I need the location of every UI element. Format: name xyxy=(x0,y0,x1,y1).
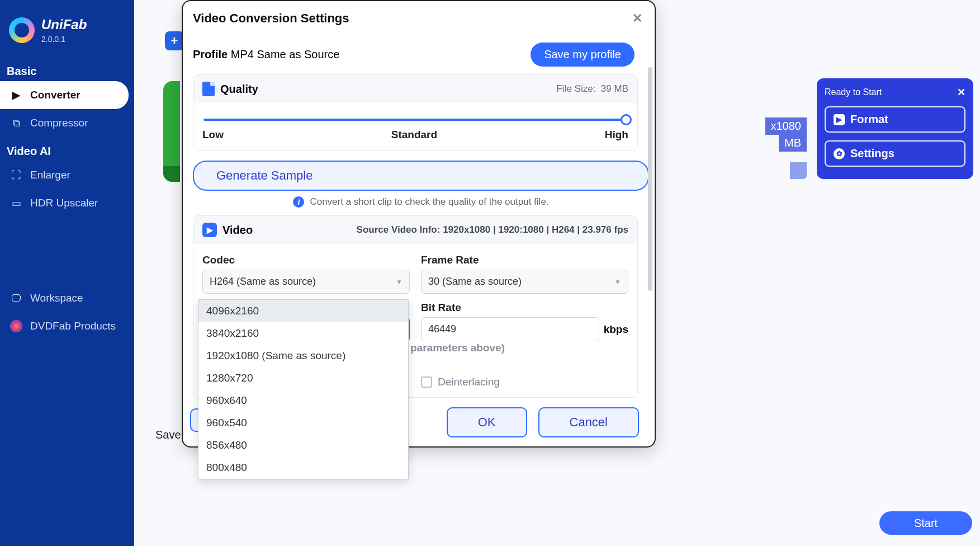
video-title: Video xyxy=(222,224,253,237)
sidebar-item-compressor[interactable]: ⧉ Compressor xyxy=(0,109,134,137)
codec-select[interactable]: H264 (Same as source) ▼ xyxy=(202,270,410,294)
logo-icon xyxy=(9,17,35,43)
quality-section: Quality File Size: 39 MB Low Standard Hi… xyxy=(193,74,638,150)
bg-size-chip: MB xyxy=(779,134,807,152)
enlarge-icon: ⛶ xyxy=(10,169,22,181)
resolution-option[interactable]: 800x480 xyxy=(198,456,408,479)
quality-low: Low xyxy=(202,129,224,141)
sidebar-item-dvdfab[interactable]: DVDFab Products xyxy=(0,312,134,340)
resolution-option[interactable]: 4096x2160 xyxy=(198,300,408,322)
sidebar-item-label: HDR Upscaler xyxy=(30,197,98,209)
resolution-option[interactable]: 960x640 xyxy=(198,389,408,412)
play-icon: ▶ xyxy=(202,223,217,237)
ok-button[interactable]: OK xyxy=(447,407,527,437)
sidebar-item-enlarger[interactable]: ⛶ Enlarger xyxy=(0,161,134,189)
compress-icon: ⧉ xyxy=(10,117,22,129)
add-button[interactable]: + xyxy=(165,31,184,50)
resolution-option[interactable]: 960x540 xyxy=(198,412,408,434)
file-icon xyxy=(202,82,215,96)
status-text: Ready to Start xyxy=(825,87,882,97)
info-text: Convert a short clip to check the qualit… xyxy=(310,196,548,208)
resolution-option[interactable]: 856x480 xyxy=(198,434,408,456)
gear-icon: ✿ xyxy=(834,148,845,159)
deinterlacing-option[interactable]: Deinterlacing xyxy=(421,376,628,388)
source-video-info: Source Video Info: 1920x1080 | 1920:1080… xyxy=(357,224,628,235)
settings-button[interactable]: ✿ Settings xyxy=(825,140,965,167)
framerate-label: Frame Rate xyxy=(421,254,628,266)
app-name: UniFab xyxy=(41,17,87,32)
play-icon: ▶ xyxy=(10,89,22,101)
format-button[interactable]: ▶ Format xyxy=(825,106,965,133)
modal-title: Video Conversion Settings xyxy=(193,11,649,26)
sidebar-item-label: Enlarger xyxy=(30,169,70,181)
save-label: Save xyxy=(155,429,181,441)
info-icon: i xyxy=(293,196,304,208)
codec-label: Codec xyxy=(202,254,410,266)
framerate-select[interactable]: 30 (Same as source) ▼ xyxy=(421,270,628,294)
bitrate-unit: kbps xyxy=(604,323,628,336)
start-button[interactable]: Start xyxy=(879,511,972,535)
play-icon: ▶ xyxy=(834,114,845,125)
video-item-strip xyxy=(163,81,180,182)
scrollbar-thumb[interactable] xyxy=(648,67,652,291)
settings-label: Settings xyxy=(850,147,894,160)
hdr-icon: ▭ xyxy=(10,197,22,209)
sidebar-item-label: Compressor xyxy=(30,117,88,129)
quality-high: High xyxy=(605,129,628,141)
sidebar-item-label: Converter xyxy=(30,89,81,101)
bg-dropdown-stub[interactable] xyxy=(790,162,807,179)
nav-section-video-ai: Video AI xyxy=(0,137,134,161)
profile-label: Profile MP4 Same as Source xyxy=(193,48,339,61)
parameters-above-text: parameters above) xyxy=(410,342,505,354)
resolution-option[interactable]: 1920x1080 (Same as source) xyxy=(198,345,408,367)
quality-slider[interactable] xyxy=(203,119,627,121)
checkbox[interactable] xyxy=(421,376,432,388)
monitor-icon: 🖵 xyxy=(10,292,22,304)
logo: UniFab 2.0.0.1 xyxy=(0,11,134,57)
chevron-down-icon: ▼ xyxy=(614,278,621,286)
sidebar-item-hdr-upscaler[interactable]: ▭ HDR Upscaler xyxy=(0,189,134,217)
generate-sample-button[interactable]: Generate Sample xyxy=(193,161,649,191)
resolution-option[interactable]: 1280x720 xyxy=(198,367,408,389)
format-label: Format xyxy=(850,113,888,126)
nav-section-basic: Basic xyxy=(0,57,134,81)
dvdfab-icon xyxy=(10,320,22,332)
slider-thumb[interactable] xyxy=(621,114,632,125)
close-icon[interactable]: ✕ xyxy=(632,11,642,26)
app-version: 2.0.0.1 xyxy=(41,35,87,44)
resolution-dropdown: 4096x2160 3840x2160 1920x1080 (Same as s… xyxy=(198,299,409,479)
panel-close-icon[interactable]: ✕ xyxy=(957,86,965,98)
cancel-button[interactable]: Cancel xyxy=(538,407,639,437)
sidebar-item-label: Workspace xyxy=(30,292,83,304)
bitrate-input[interactable]: 46449 xyxy=(421,317,599,341)
sidebar: UniFab 2.0.0.1 Basic ▶ Converter ⧉ Compr… xyxy=(0,0,134,546)
sidebar-item-label: DVDFab Products xyxy=(30,320,116,332)
bg-resolution-chip: x1080 xyxy=(765,117,807,135)
quality-title: Quality xyxy=(220,83,258,96)
right-panel: Ready to Start ✕ ▶ Format ✿ Settings xyxy=(817,78,973,179)
file-size: File Size: 39 MB xyxy=(556,83,628,95)
info-row: i Convert a short clip to check the qual… xyxy=(193,196,649,208)
sidebar-item-workspace[interactable]: 🖵 Workspace xyxy=(0,284,134,312)
resolution-option[interactable]: 3840x2160 xyxy=(198,322,408,345)
save-profile-button[interactable]: Save my profile xyxy=(531,43,635,67)
quality-standard: Standard xyxy=(391,129,437,141)
bitrate-label: Bit Rate xyxy=(421,302,628,314)
sidebar-item-converter[interactable]: ▶ Converter xyxy=(0,81,129,109)
chevron-down-icon: ▼ xyxy=(396,278,403,286)
